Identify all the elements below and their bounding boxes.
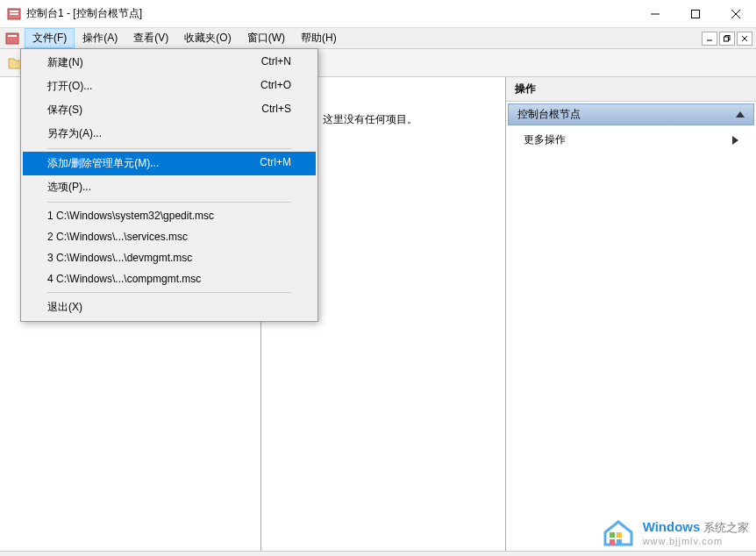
menu-separator [47, 202, 291, 203]
mdi-restore-button[interactable] [719, 32, 735, 46]
collapse-icon [736, 111, 745, 118]
menu-view[interactable]: 查看(V) [125, 28, 176, 48]
menu-item-label: 选项(P)... [47, 180, 91, 195]
close-button[interactable] [716, 0, 756, 28]
menu-separator [47, 292, 291, 293]
title-bar: 控制台1 - [控制台根节点] [0, 0, 756, 28]
menu-item-saveas[interactable]: 另存为(A)... [23, 122, 316, 146]
svg-rect-17 [617, 539, 622, 545]
svg-rect-16 [610, 539, 615, 545]
menu-window[interactable]: 窗口(W) [239, 28, 293, 48]
watermark-url: www.bjjmlv.com [643, 536, 749, 546]
menu-file[interactable]: 文件(F) [25, 28, 75, 48]
submenu-arrow-icon [732, 136, 738, 145]
menu-help[interactable]: 帮助(H) [293, 28, 345, 48]
empty-message: 这里没有任何项目。 [323, 113, 417, 125]
svg-rect-7 [6, 33, 18, 44]
menu-bar: 文件(F) 操作(A) 查看(V) 收藏夹(O) 窗口(W) 帮助(H) [0, 28, 756, 49]
menu-item-addremove[interactable]: 添加/删除管理单元(M)... Ctrl+M [23, 152, 316, 175]
minimize-button[interactable] [635, 0, 675, 28]
menu-item-label: 新建(N) [47, 55, 83, 70]
window-controls [635, 0, 756, 27]
menu-item-shortcut: Ctrl+O [260, 79, 291, 94]
menu-item-open[interactable]: 打开(O)... Ctrl+O [23, 75, 316, 98]
menu-favorites[interactable]: 收藏夹(O) [176, 28, 239, 48]
menu-item-label: 退出(X) [47, 300, 82, 315]
svg-rect-8 [8, 35, 17, 37]
mdi-close-button[interactable] [737, 32, 752, 46]
watermark: Windows 系统之家 www.bjjmlv.com [601, 517, 749, 549]
actions-section-title: 控制台根节点 [517, 107, 581, 122]
actions-section-header[interactable]: 控制台根节点 [508, 103, 754, 125]
menu-item-label: 保存(S) [47, 103, 82, 118]
svg-rect-15 [617, 532, 622, 538]
menu-item-shortcut: Ctrl+M [260, 156, 291, 171]
menu-separator [47, 148, 291, 149]
menu-item-recent-4[interactable]: 4 C:\Windows\...\compmgmt.msc [23, 268, 316, 289]
menu-action[interactable]: 操作(A) [75, 28, 125, 48]
watermark-logo-icon [601, 517, 636, 549]
svg-rect-4 [692, 11, 700, 18]
menu-item-shortcut: Ctrl+S [261, 103, 291, 118]
actions-pane: 操作 控制台根节点 更多操作 [506, 77, 756, 551]
svg-rect-11 [724, 37, 729, 41]
watermark-text: Windows 系统之家 www.bjjmlv.com [643, 519, 749, 546]
menu-item-recent-1[interactable]: 1 C:\Windows\system32\gpedit.msc [23, 205, 316, 226]
menu-item-label: 1 C:\Windows\system32\gpedit.msc [47, 210, 214, 222]
menu-item-label: 打开(O)... [47, 79, 92, 94]
window-title: 控制台1 - [控制台根节点] [26, 6, 635, 21]
svg-rect-2 [10, 13, 18, 15]
menu-item-recent-3[interactable]: 3 C:\Windows\...\devmgmt.msc [23, 247, 316, 268]
menu-item-options[interactable]: 选项(P)... [23, 175, 316, 199]
actions-header: 操作 [506, 77, 756, 102]
menu-item-recent-2[interactable]: 2 C:\Windows\...\services.msc [23, 226, 316, 247]
menu-item-label: 2 C:\Windows\...\services.msc [47, 231, 188, 243]
menu-item-new[interactable]: 新建(N) Ctrl+N [23, 51, 316, 75]
mdi-minimize-button[interactable] [702, 32, 717, 46]
svg-rect-1 [10, 11, 18, 12]
menu-item-label: 4 C:\Windows\...\compmgmt.msc [47, 273, 201, 285]
menu-item-label: 另存为(A)... [47, 126, 102, 141]
menu-item-save[interactable]: 保存(S) Ctrl+S [23, 98, 316, 122]
more-actions-item[interactable]: 更多操作 [506, 127, 756, 153]
status-bar: 使你能在管理单元控制台添加或删除管理单元。 [0, 551, 756, 556]
menu-item-exit[interactable]: 退出(X) [23, 296, 316, 319]
watermark-title: Windows 系统之家 [643, 519, 749, 536]
menu-item-label: 3 C:\Windows\...\devmgmt.msc [47, 252, 192, 264]
app-icon [7, 7, 21, 21]
mdi-controls [702, 32, 756, 46]
menu-item-label: 添加/删除管理单元(M)... [47, 156, 159, 171]
more-actions-label: 更多操作 [524, 132, 566, 147]
file-menu-dropdown: 新建(N) Ctrl+N 打开(O)... Ctrl+O 保存(S) Ctrl+… [20, 48, 318, 322]
maximize-button[interactable] [675, 0, 716, 28]
mdi-app-icon [5, 32, 19, 46]
menu-item-shortcut: Ctrl+N [261, 55, 291, 70]
svg-rect-14 [610, 532, 615, 538]
